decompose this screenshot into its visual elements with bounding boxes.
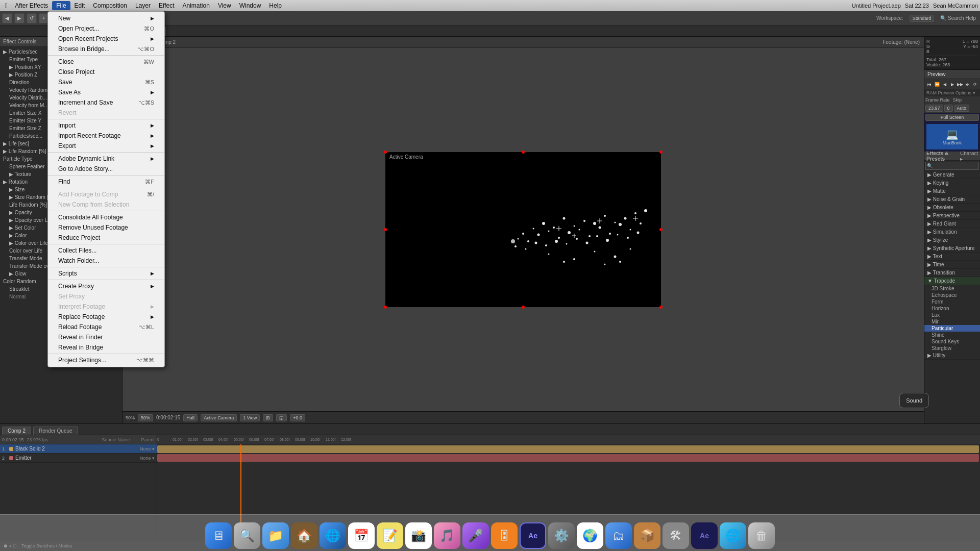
menu-collect-files[interactable]: Collect Files... (48, 245, 164, 256)
effect-stylize[interactable]: ▶ Stylize (924, 236, 980, 244)
menu-reveal-finder[interactable]: Reveal in Finder (48, 332, 164, 342)
track-bar-1[interactable] (157, 445, 979, 453)
menu-watch-folder[interactable]: Watch Folder... (48, 256, 164, 266)
dock-podcasts[interactable]: 🎤 (462, 522, 489, 549)
dock-settings[interactable]: ⚙️ (548, 522, 575, 549)
dock-calendar[interactable]: 📅 (348, 522, 375, 549)
effect-form[interactable]: Form (924, 298, 980, 305)
menu-export[interactable]: Export (48, 141, 164, 151)
effect-synthetic[interactable]: ▶ Synthetic Aperture (924, 244, 980, 253)
menu-open-recent[interactable]: Open Recent Projects (48, 34, 164, 44)
effect-noise-grain[interactable]: ▶ Noise & Grain (924, 195, 980, 204)
toolbar-btn-2[interactable]: ▶ (14, 13, 24, 23)
menu-close-project[interactable]: Close Project (48, 67, 164, 77)
menu-find[interactable]: Find ⌘F (48, 177, 164, 187)
resolution-label[interactable]: Auto (954, 105, 970, 112)
menu-view[interactable]: View (214, 1, 235, 10)
prev-first[interactable]: ⏮ (926, 81, 933, 88)
character-tab[interactable]: Charact ▸ (960, 152, 978, 162)
menu-layer[interactable]: Layer (131, 1, 155, 10)
menu-increment-save[interactable]: Increment and Save ⌥⌘S (48, 97, 164, 108)
menu-effect[interactable]: Effect (155, 1, 178, 10)
layer-row-1[interactable]: 1 Black Solid 2 None ▾ (0, 444, 157, 454)
effect-mir[interactable]: Mir (924, 318, 980, 325)
prev-last[interactable]: ⏭ (964, 81, 971, 88)
framerate-value[interactable]: 23.97 (925, 105, 943, 112)
toolbar-btn-1[interactable]: ◀ (2, 13, 12, 23)
ctrl-grid[interactable]: ⊞ (263, 414, 273, 421)
effects-search[interactable] (924, 161, 980, 171)
menu-consolidate[interactable]: Consolidate All Footage (48, 212, 164, 222)
dock-spotlight[interactable]: 🔍 (234, 522, 260, 549)
menu-adobe-link[interactable]: Adobe Dynamic Link (48, 154, 164, 164)
workspace-standard[interactable]: Standard (910, 15, 935, 22)
apple-menu[interactable]:  (2, 2, 11, 10)
effect-text[interactable]: ▶ Text (924, 253, 980, 261)
effect-red-giant[interactable]: ▶ Red Giant (924, 220, 980, 228)
dock-trash[interactable]: 🗑 (748, 522, 775, 549)
effect-matte[interactable]: ▶ Matte (924, 187, 980, 195)
layer-name-2[interactable]: Emitter (15, 455, 137, 461)
dock-vlc[interactable]: 🎛 (491, 522, 518, 549)
effect-sound-keys[interactable]: Sound Keys (924, 338, 980, 345)
menu-reveal-bridge[interactable]: Reveal in Bridge (48, 342, 164, 353)
dock-notes[interactable]: 📝 (377, 522, 403, 549)
menu-reload-footage[interactable]: Reload Footage ⌥⌘L (48, 322, 164, 332)
ctrl-safe[interactable]: ◱ (276, 414, 287, 421)
dock-chrome[interactable]: 🌍 (577, 522, 603, 549)
ctrl-camera[interactable]: Active Camera (201, 414, 237, 421)
dock-safari[interactable]: 🌐 (720, 522, 746, 549)
dock-ae2[interactable]: Ae (691, 522, 718, 549)
dock-finder[interactable]: 🖥 (205, 522, 232, 549)
menu-after-effects[interactable]: After Effects (11, 1, 52, 10)
effect-obsolete[interactable]: ▶ Obsolete (924, 204, 980, 212)
layer-row-2[interactable]: 2 Emitter None ▾ (0, 454, 157, 463)
dock-ae[interactable]: Ae (520, 522, 546, 549)
dock-itunes[interactable]: 🎵 (434, 522, 460, 549)
effects-search-input[interactable] (925, 162, 979, 170)
menu-import-recent[interactable]: Import Recent Footage (48, 131, 164, 141)
menu-remove-unused[interactable]: Remove Unused Footage (48, 222, 164, 233)
layer-name-1[interactable]: Black Solid 2 (15, 446, 137, 452)
menu-open-project[interactable]: Open Project... ⌘O (48, 23, 164, 34)
effect-simulation[interactable]: ▶ Simulation (924, 228, 980, 236)
dock-archive[interactable]: 📦 (634, 522, 660, 549)
prev-play[interactable]: ▶ (949, 81, 955, 88)
effect-lux[interactable]: Lux (924, 312, 980, 318)
effect-perspective[interactable]: ▶ Perspective (924, 212, 980, 220)
menu-help[interactable]: Help (265, 1, 286, 10)
prev-back[interactable]: ⏪ (934, 81, 940, 88)
ctrl-half[interactable]: Half (183, 414, 198, 421)
effect-keying[interactable]: ▶ Keying (924, 179, 980, 187)
ctrl-1view[interactable]: 1 View (240, 414, 260, 421)
effect-generate[interactable]: ▶ Generate (924, 171, 980, 179)
menu-project-settings[interactable]: Project Settings... ⌥⌘⌘ (48, 355, 164, 365)
menu-save-as[interactable]: Save As (48, 87, 164, 97)
menu-adobe-story[interactable]: Go to Adobe Story... (48, 164, 164, 174)
ctrl-zoom[interactable]: 50% (138, 414, 153, 421)
effect-horizon[interactable]: Horizon (924, 305, 980, 312)
menu-window[interactable]: Window (235, 1, 265, 10)
dock-folder[interactable]: 📁 (262, 522, 289, 549)
menu-reduce-project[interactable]: Reduce Project (48, 233, 164, 243)
dock-files[interactable]: 🗂 (605, 522, 632, 549)
menu-import[interactable]: Import (48, 120, 164, 131)
dock-home[interactable]: 🏠 (291, 522, 317, 549)
menu-file[interactable]: File (52, 1, 70, 10)
effect-trapcode[interactable]: ▼ Trapcode (924, 277, 980, 285)
effect-particular[interactable]: Particular (924, 325, 980, 332)
effect-utility[interactable]: ▶ Utility (924, 352, 980, 360)
dock-tools[interactable]: 🛠 (663, 522, 689, 549)
effect-3d-stroke[interactable]: 3D Stroke (924, 285, 980, 292)
skip-value[interactable]: 0 (944, 105, 953, 112)
effect-starglow[interactable]: Starglow (924, 345, 980, 352)
menu-save[interactable]: Save ⌘S (48, 77, 164, 87)
menu-edit[interactable]: Edit (70, 1, 89, 10)
menu-close[interactable]: Close ⌘W (48, 57, 164, 67)
ctrl-0[interactable]: +0.0 (290, 414, 305, 421)
dock-photos[interactable]: 📸 (405, 522, 432, 549)
effect-echospace[interactable]: Echospace (924, 292, 980, 298)
effect-shine[interactable]: Shine (924, 332, 980, 338)
effect-time[interactable]: ▶ Time (924, 261, 980, 269)
dock-globe[interactable]: 🌐 (320, 522, 346, 549)
